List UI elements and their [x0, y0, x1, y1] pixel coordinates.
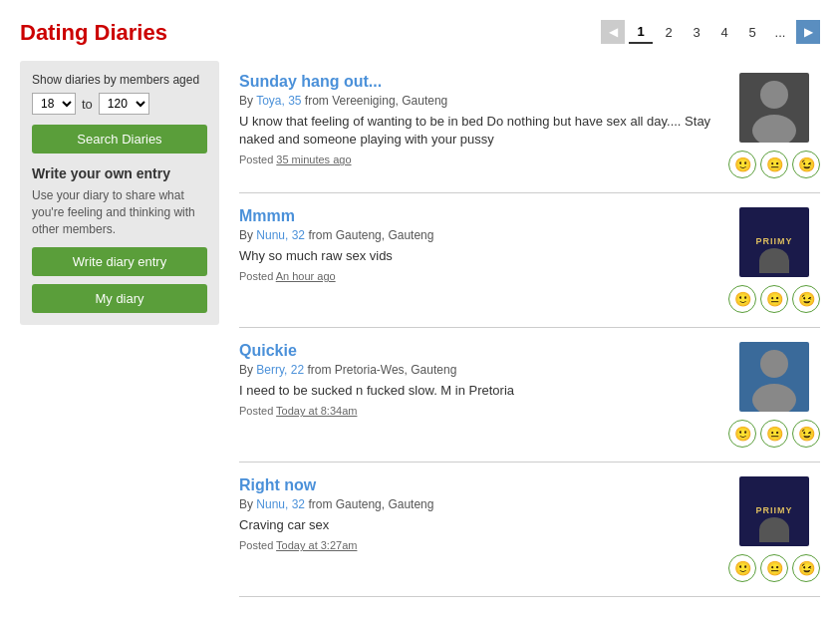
entry-content-2: Mmmm By Nunu, 32 from Gauteng, Gauteng W…	[239, 207, 716, 313]
entry-title-2[interactable]: Mmmm	[239, 207, 295, 224]
pagination: ◀ 1 2 3 4 5 ... ▶	[239, 20, 820, 44]
page-5-btn[interactable]: 5	[740, 20, 764, 44]
page-4-btn[interactable]: 4	[712, 20, 736, 44]
age-filter-label: Show diaries by members aged	[32, 73, 207, 87]
entry-right-1: 🙂 😐 😉	[728, 73, 820, 178]
entry-avatar-2[interactable]: PRIIMY	[739, 207, 809, 277]
page-3-btn[interactable]: 3	[685, 20, 708, 44]
reaction-smile-1[interactable]: 🙂	[728, 151, 756, 178]
entry-right-3: 🙂 😐 😉	[728, 342, 820, 448]
entry-time-1: 35 minutes ago	[276, 154, 351, 165]
entry-posted-4: Posted Today at 3:27am	[239, 539, 716, 551]
entry-author-link-1[interactable]: Toya, 35	[256, 94, 301, 108]
entry-posted-2: Posted An hour ago	[239, 270, 716, 282]
entry-text-3: I need to be sucked n fucked slow. M in …	[239, 382, 716, 400]
diary-entries-list: Sunday hang out... By Toya, 35 from Vere…	[239, 59, 820, 597]
entry-author-link-4[interactable]: Nunu, 32	[256, 497, 305, 511]
pagination-next[interactable]: ▶	[796, 20, 820, 44]
entry-time-3: Today at 8:34am	[276, 405, 357, 417]
entry-posted-1: Posted 35 minutes ago	[239, 154, 716, 165]
svg-point-0	[760, 81, 788, 109]
page-ellipsis: ...	[768, 20, 792, 44]
entry-text-1: U know that feeling of wanting to be in …	[239, 113, 716, 149]
reaction-wink-3[interactable]: 😉	[792, 420, 820, 448]
entry-right-2: PRIIMY 🙂 😐 😉	[728, 207, 820, 313]
reaction-neutral-4[interactable]: 😐	[760, 554, 788, 582]
page-1-btn[interactable]: 1	[629, 20, 653, 44]
entry-reactions-3: 🙂 😐 😉	[728, 420, 820, 448]
entry-text-2: Why so much raw sex vids	[239, 247, 716, 265]
entry-avatar-4[interactable]: PRIIMY	[739, 476, 809, 546]
entry-reactions-4: 🙂 😐 😉	[728, 554, 820, 582]
age-max-select[interactable]: 12010090807060	[99, 93, 149, 115]
search-diaries-button[interactable]: Search Diaries	[32, 125, 207, 154]
age-min-select[interactable]: 182025303540	[32, 93, 76, 115]
entry-right-4: PRIIMY 🙂 😐 😉	[728, 476, 820, 582]
page-2-btn[interactable]: 2	[657, 20, 681, 44]
diary-entry-2: Mmmm By Nunu, 32 from Gauteng, Gauteng W…	[239, 193, 820, 328]
entry-posted-3: Posted Today at 8:34am	[239, 405, 716, 417]
reaction-wink-4[interactable]: 😉	[792, 554, 820, 582]
write-diary-entry-button[interactable]: Write diary entry	[32, 247, 207, 276]
entry-avatar-1[interactable]	[739, 73, 809, 143]
entry-author-link-3[interactable]: Berry, 22	[256, 363, 304, 377]
reaction-smile-3[interactable]: 🙂	[728, 420, 756, 448]
my-diary-button[interactable]: My diary	[32, 284, 207, 313]
entry-title-3[interactable]: Quickie	[239, 342, 297, 359]
reaction-smile-4[interactable]: 🙂	[728, 554, 756, 582]
svg-point-1	[752, 115, 796, 143]
entry-author-4: By Nunu, 32 from Gauteng, Gauteng	[239, 497, 716, 511]
entry-author-1: By Toya, 35 from Vereeniging, Gauteng	[239, 94, 716, 108]
svg-point-3	[752, 384, 796, 412]
entry-author-link-2[interactable]: Nunu, 32	[256, 228, 305, 242]
entry-content-3: Quickie By Berry, 22 from Pretoria-Wes, …	[239, 342, 716, 448]
write-own-desc: Use your diary to share what you're feel…	[32, 187, 207, 237]
entry-reactions-2: 🙂 😐 😉	[728, 285, 820, 313]
entry-author-2: By Nunu, 32 from Gauteng, Gauteng	[239, 228, 716, 242]
diary-entry-3: Quickie By Berry, 22 from Pretoria-Wes, …	[239, 328, 820, 463]
to-label: to	[82, 97, 93, 112]
entry-reactions-1: 🙂 😐 😉	[728, 151, 820, 178]
page-title: Dating Diaries	[20, 20, 219, 46]
entry-time-2: An hour ago	[276, 270, 336, 282]
entry-time-4: Today at 3:27am	[276, 539, 357, 551]
reaction-neutral-1[interactable]: 😐	[760, 151, 788, 178]
svg-point-2	[760, 350, 788, 378]
entry-content-4: Right now By Nunu, 32 from Gauteng, Gaut…	[239, 476, 716, 582]
write-own-title: Write your own entry	[32, 165, 207, 181]
diary-entry-4: Right now By Nunu, 32 from Gauteng, Gaut…	[239, 463, 820, 597]
reaction-neutral-3[interactable]: 😐	[760, 420, 788, 448]
reaction-wink-2[interactable]: 😉	[792, 285, 820, 313]
reaction-smile-2[interactable]: 🙂	[728, 285, 756, 313]
entry-text-4: Craving car sex	[239, 516, 716, 534]
reaction-neutral-2[interactable]: 😐	[760, 285, 788, 313]
diary-entry-1: Sunday hang out... By Toya, 35 from Vere…	[239, 59, 820, 193]
pagination-prev[interactable]: ◀	[601, 20, 625, 44]
entry-title-4[interactable]: Right now	[239, 476, 316, 493]
entry-title-1[interactable]: Sunday hang out...	[239, 73, 382, 90]
entry-content-1: Sunday hang out... By Toya, 35 from Vere…	[239, 73, 716, 178]
entry-avatar-3[interactable]	[739, 342, 809, 412]
entry-author-3: By Berry, 22 from Pretoria-Wes, Gauteng	[239, 363, 716, 377]
reaction-wink-1[interactable]: 😉	[792, 151, 820, 178]
